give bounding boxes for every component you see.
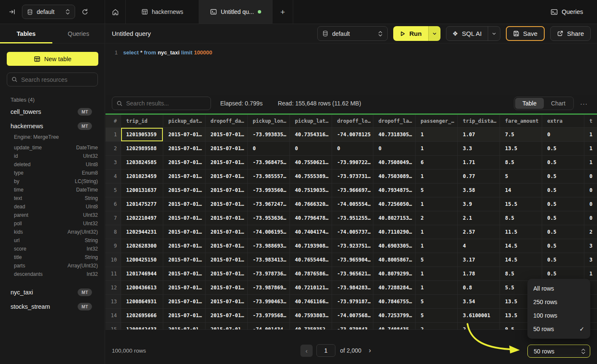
table-cell[interactable]: 0.5: [542, 225, 584, 239]
table-cell[interactable]: 0.5: [542, 170, 584, 183]
table-cell[interactable]: 40.7666320…: [290, 197, 332, 211]
table-cell[interactable]: 0.5: [542, 211, 584, 225]
query-database-selector[interactable]: default: [317, 26, 388, 41]
table-cell[interactable]: 40.7655448…: [290, 253, 332, 267]
table-cell[interactable]: -73.984283…: [332, 281, 373, 295]
table-cell[interactable]: 1201905359: [121, 128, 163, 142]
table-cell[interactable]: 1202989588: [121, 142, 163, 156]
table-cell[interactable]: 2: [416, 323, 458, 329]
table-cell[interactable]: 14.5: [500, 239, 542, 253]
table-cell[interactable]: 1203824585: [121, 156, 163, 170]
table-cell[interactable]: 1: [416, 197, 458, 211]
table-cell[interactable]: 40.7253799…: [373, 309, 416, 323]
table-cell[interactable]: 0.77: [458, 170, 500, 183]
table-cell[interactable]: 40.7508049…: [373, 156, 416, 170]
table-cell[interactable]: 0.8: [458, 281, 500, 295]
table-cell[interactable]: 5: [416, 295, 458, 309]
table-cell[interactable]: 40.7593803…: [290, 309, 332, 323]
table-cell[interactable]: 0: [584, 197, 597, 211]
table-cell[interactable]: 2015-07-01…: [163, 142, 205, 156]
table-cell[interactable]: 1200864931: [121, 295, 163, 309]
table-cell[interactable]: 2.1: [458, 211, 500, 225]
table-cell[interactable]: 14: [500, 183, 542, 197]
table-cell[interactable]: 14.5: [500, 253, 542, 267]
table-cell[interactable]: 2015-07-01…: [205, 128, 248, 142]
refresh-button[interactable]: [79, 6, 90, 17]
table-cell[interactable]: 4: [458, 239, 500, 253]
table-cell[interactable]: 3.6100001: [458, 309, 500, 323]
table-cell[interactable]: 1.78: [458, 267, 500, 281]
table-cell[interactable]: 2015-07-01…: [205, 239, 248, 253]
table-cell[interactable]: 40.7256050…: [373, 197, 416, 211]
menu-item-all-rows[interactable]: All rows: [527, 282, 590, 295]
table-cell[interactable]: 1: [584, 156, 597, 170]
table-cell[interactable]: 2015-07-01…: [163, 225, 205, 239]
sidebar-table-stocks-stream[interactable]: stocks_stream MT: [0, 299, 105, 314]
table-cell[interactable]: 40.7110290…: [373, 225, 416, 239]
table-cell[interactable]: 1: [416, 239, 458, 253]
table-cell[interactable]: 3.17: [458, 253, 500, 267]
table-cell[interactable]: 2.57: [458, 225, 500, 239]
row-number[interactable]: 15: [105, 323, 121, 329]
table-cell[interactable]: 3.54: [458, 295, 500, 309]
table-cell[interactable]: -73.983413…: [248, 253, 290, 267]
table-cell[interactable]: 40.7408435: [373, 323, 416, 329]
table-cell[interactable]: 5: [416, 183, 458, 197]
table-cell[interactable]: 40.7503089…: [373, 170, 416, 183]
row-number[interactable]: 1: [105, 128, 121, 142]
table-cell[interactable]: 3: [584, 253, 597, 267]
table-cell[interactable]: 13.5: [500, 142, 542, 156]
table-cell[interactable]: 11.5: [500, 225, 542, 239]
table-cell[interactable]: -74.0078125: [332, 128, 373, 142]
table-cell[interactable]: 0.5: [542, 197, 584, 211]
table-cell[interactable]: 2015-07-01…: [205, 253, 248, 267]
new-tab-button[interactable]: +: [273, 0, 293, 24]
row-number[interactable]: 5: [105, 183, 121, 197]
sidebar-tab-queries[interactable]: Queries: [52, 24, 105, 43]
table-cell[interactable]: 1: [584, 142, 597, 156]
table-cell[interactable]: 0: [290, 142, 332, 156]
column-header-pickup_lon[interactable]: pickup_lon…: [248, 115, 290, 128]
table-cell[interactable]: 40.7354316…: [290, 128, 332, 142]
table-cell[interactable]: 40.7519035…: [290, 183, 332, 197]
results-more-button[interactable]: ···: [578, 100, 590, 107]
table-cell[interactable]: 15.5: [500, 197, 542, 211]
table-cell[interactable]: 40.7550621…: [290, 156, 332, 170]
table-cell[interactable]: 40.7796478…: [290, 211, 332, 225]
table-cell[interactable]: 2015-07-01…: [163, 128, 205, 142]
table-cell[interactable]: 40.7555389…: [290, 170, 332, 183]
table-cell[interactable]: 0.5: [542, 142, 584, 156]
table-cell[interactable]: 1: [416, 267, 458, 281]
table-cell[interactable]: 40.7846755…: [373, 295, 416, 309]
table-cell[interactable]: 2015-07-01…: [205, 267, 248, 281]
sql-ai-options-button[interactable]: [488, 27, 500, 40]
run-button[interactable]: Run: [393, 26, 428, 41]
table-cell[interactable]: 1200425150: [121, 253, 163, 267]
table-cell[interactable]: 2015-07-01…: [163, 156, 205, 170]
table-cell[interactable]: 5: [500, 170, 542, 183]
table-cell[interactable]: 0: [248, 142, 290, 156]
view-table-button[interactable]: Table: [515, 98, 544, 109]
column-header-t[interactable]: t: [584, 115, 597, 128]
table-cell[interactable]: 2: [416, 211, 458, 225]
row-number[interactable]: 4: [105, 170, 121, 183]
column-header-trip_id[interactable]: trip_id: [121, 115, 163, 128]
table-cell[interactable]: 40.7359352…: [290, 323, 332, 329]
table-cell[interactable]: 2015-07-01…: [205, 323, 248, 329]
table-cell[interactable]: 40.8027153…: [373, 211, 416, 225]
table-cell[interactable]: 2015-07-01…: [163, 309, 205, 323]
table-cell[interactable]: -73.953636…: [248, 211, 290, 225]
column-header-passenger_[interactable]: passenger_…: [416, 115, 458, 128]
table-cell[interactable]: 2015-07-01…: [163, 197, 205, 211]
table-cell[interactable]: 1200436613: [121, 281, 163, 295]
table-cell[interactable]: -74.006195…: [248, 225, 290, 239]
search-resources-input[interactable]: [21, 76, 97, 83]
table-cell[interactable]: -73.978736…: [248, 267, 290, 281]
table-cell[interactable]: -74.005737…: [332, 225, 373, 239]
table-cell[interactable]: 2: [458, 323, 500, 329]
table-cell[interactable]: -73.987869…: [248, 281, 290, 295]
table-cell[interactable]: -73.965621…: [332, 267, 373, 281]
menu-item-100-rows[interactable]: 100 rows: [527, 309, 590, 322]
table-cell[interactable]: 1: [416, 281, 458, 295]
run-options-button[interactable]: [428, 26, 440, 41]
